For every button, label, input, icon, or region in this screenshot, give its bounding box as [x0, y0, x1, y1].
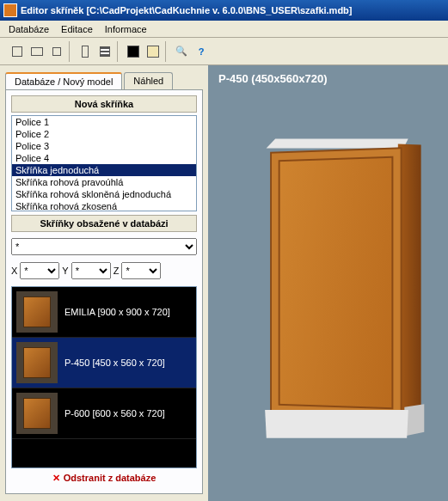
cabinet-thumb-list[interactable]: EMILIA [900 x 900 x 720]P-450 [450 x 560…: [11, 286, 197, 468]
cabinet-front-face: [270, 147, 402, 419]
list-item[interactable]: Skříňka rohová skloněná jednoduchá: [12, 188, 196, 200]
tab-body: Nová skříňka Police 1Police 2Police 3Pol…: [5, 89, 203, 494]
filter-main[interactable]: *: [11, 238, 197, 255]
thumb-image: [16, 342, 58, 383]
filter-z[interactable]: *: [121, 262, 161, 279]
menubar: Databáze Editace Informace: [0, 21, 448, 38]
cabinet-type-list[interactable]: Police 1Police 2Police 3Police 4Skříňka …: [11, 115, 197, 211]
menu-edit[interactable]: Editace: [56, 22, 98, 36]
thumb-row[interactable]: EMILIA [900 x 900 x 720]: [12, 287, 196, 338]
menu-info[interactable]: Informace: [100, 22, 152, 36]
list-item[interactable]: Skříňka jednoduchá: [12, 164, 196, 176]
thumb-label: P-450 [450 x 560 x 720]: [64, 357, 165, 368]
label-z: Z: [114, 266, 120, 276]
remove-from-db-button[interactable]: Odstranit z databáze: [11, 468, 197, 488]
filter-x[interactable]: *: [20, 262, 59, 279]
shape-grid-icon[interactable]: [96, 43, 114, 60]
shape-small-icon[interactable]: [48, 43, 65, 60]
shape-tall-icon[interactable]: [77, 43, 94, 60]
title-text: Editor skříněk [C:\CadProjekt\CadKuchnie…: [21, 5, 353, 15]
thumb-image: [16, 393, 58, 434]
header-in-db: Skříňky obsažené v databázi: [11, 215, 197, 232]
cabinet-base: [265, 410, 408, 438]
list-item[interactable]: Skříňka rohová zkosená: [12, 200, 196, 211]
list-item[interactable]: Police 3: [12, 140, 196, 152]
shape-square-icon[interactable]: [9, 43, 26, 60]
filter-y[interactable]: *: [71, 262, 111, 279]
shape-rect-icon[interactable]: [28, 43, 46, 60]
thumb-row[interactable]: P-450 [450 x 560 x 720]: [12, 338, 196, 388]
color-cream-swatch[interactable]: [144, 43, 162, 60]
preview-pane: P-450 (450x560x720): [208, 65, 448, 501]
color-black-swatch[interactable]: [125, 43, 142, 60]
list-item[interactable]: Police 1: [12, 116, 196, 128]
help-icon[interactable]: ?: [193, 43, 210, 60]
titlebar: Editor skříněk [C:\CadProjekt\CadKuchnie…: [0, 0, 448, 21]
list-item[interactable]: Police 2: [12, 128, 196, 140]
label-x: X: [11, 266, 17, 276]
left-panel: Databáze / Nový model Náhled Nová skříňk…: [0, 65, 208, 501]
label-y: Y: [62, 266, 68, 276]
thumb-label: EMILIA [900 x 900 x 720]: [64, 307, 170, 317]
list-item[interactable]: Police 4: [12, 152, 196, 164]
header-new-cabinet: Nová skříňka: [11, 95, 197, 113]
app-icon: [3, 3, 17, 17]
thumb-label: P-600 [600 x 560 x 720]: [64, 408, 165, 419]
tab-strip: Databáze / Nový model Náhled: [5, 72, 203, 89]
search-icon[interactable]: 🔍: [173, 43, 190, 60]
cabinet-3d-view[interactable]: [247, 134, 423, 452]
list-item[interactable]: Skříňka rohová pravoúhlá: [12, 176, 196, 188]
tab-db-model[interactable]: Databáze / Nový model: [5, 72, 122, 89]
menu-database[interactable]: Databáze: [3, 22, 54, 36]
thumb-row[interactable]: P-600 [600 x 560 x 720]: [12, 388, 196, 439]
toolbar: 🔍 ?: [0, 38, 448, 65]
tab-preview[interactable]: Náhled: [124, 72, 173, 89]
thumb-image: [16, 291, 58, 333]
preview-title: P-450 (450x560x720): [208, 65, 448, 92]
